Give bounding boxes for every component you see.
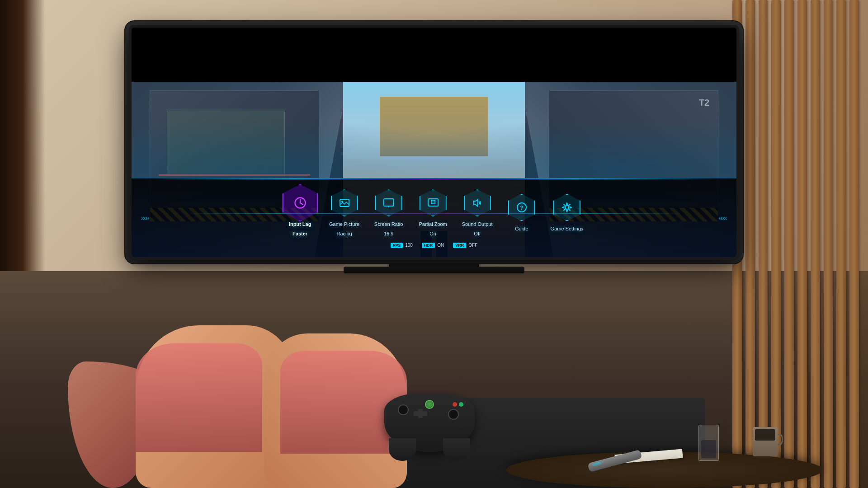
black-bar-top [132, 28, 736, 82]
sound-output-value: Off [474, 230, 480, 237]
svg-text:?: ? [520, 205, 523, 211]
vrr-value: OFF [468, 243, 477, 248]
fps-badge: FPS 100 [391, 243, 413, 248]
hdr-label: HDR [422, 243, 435, 248]
controller-buttons [453, 402, 463, 407]
left-sleeve [136, 343, 262, 452]
input-lag-hex [283, 184, 318, 222]
menu-item-game-picture[interactable]: Game Picture Racing [329, 188, 360, 237]
left-thumbstick [398, 404, 409, 415]
hdr-badge: HDR ON [422, 243, 444, 248]
game-menu-items: Input Lag Faster Game P [258, 188, 611, 237]
bar-arrows-right: »»» [721, 213, 727, 223]
table-mug [753, 427, 778, 456]
sound-output-icon-container [462, 188, 493, 218]
partial-zoom-icon-container [418, 188, 448, 218]
menu-item-guide[interactable]: ? Guide [506, 192, 537, 232]
input-lag-value: Faster [292, 230, 307, 237]
game-picture-icon-container [329, 188, 360, 218]
guide-icon: ? [515, 201, 528, 214]
game-settings-hex [553, 194, 580, 221]
button-a [459, 402, 463, 407]
tv-stand-neck [389, 258, 479, 267]
sound-icon [471, 197, 484, 209]
dpad-vertical [418, 409, 423, 418]
sound-output-hex [464, 189, 491, 216]
clock-icon [293, 196, 307, 210]
remote-display [592, 461, 602, 466]
game-controller [384, 393, 475, 452]
menu-item-sound-output[interactable]: Sound Output Off [462, 188, 493, 237]
svg-line-2 [300, 203, 303, 204]
right-sleeve [280, 351, 407, 454]
tv-frame: T2 [129, 25, 739, 260]
vrr-badge: VRR OFF [453, 243, 477, 248]
screen-ratio-label: Screen Ratio [374, 221, 403, 227]
right-thumbstick [448, 409, 459, 420]
vrr-label: VRR [453, 243, 466, 248]
controller-left-grip [389, 438, 416, 461]
glass-liquid [701, 440, 716, 458]
game-picture-label: Game Picture [329, 221, 359, 227]
partial-zoom-value: On [429, 230, 436, 237]
game-settings-label: Game Settings [551, 225, 584, 232]
partial-zoom-hex [420, 189, 447, 216]
person-foreground [0, 271, 868, 488]
mug-liquid [755, 429, 775, 441]
guide-icon-container: ? [506, 192, 537, 223]
zoom-icon [427, 197, 439, 209]
game-picture-hex [331, 189, 358, 216]
screen-ratio-icon-container [373, 188, 404, 218]
xbox-logo [425, 400, 434, 409]
game-picture-value: Racing [336, 230, 352, 237]
mug-handle [778, 434, 783, 445]
screen-ratio-value: 16:9 [384, 230, 393, 237]
partial-zoom-label: Partial Zoom [419, 221, 447, 227]
svg-rect-5 [384, 199, 394, 206]
guide-hex: ? [508, 194, 535, 221]
screen-icon [382, 197, 395, 209]
svg-rect-9 [431, 201, 435, 204]
person-right-arm [249, 316, 407, 488]
game-settings-icon-container [552, 192, 582, 223]
guide-label: Guide [515, 225, 528, 232]
picture-icon [338, 197, 351, 209]
sound-output-label: Sound Output [462, 221, 493, 227]
game-bar: »»» »»» [132, 178, 736, 257]
controller-right-grip [443, 438, 470, 461]
screen-ratio-hex [375, 189, 402, 216]
table-glass [698, 425, 719, 461]
fps-label: FPS [391, 243, 403, 248]
svg-marker-12 [474, 199, 478, 206]
menu-item-input-lag[interactable]: Input Lag Faster [285, 188, 316, 237]
status-bar: FPS 100 HDR ON VRR OFF [391, 243, 478, 248]
tv-screen: T2 [132, 28, 736, 257]
bar-border [154, 178, 714, 179]
hdr-value: ON [437, 243, 444, 248]
bar-arrows-left: »»» [141, 213, 147, 223]
menu-item-partial-zoom[interactable]: Partial Zoom On [418, 188, 448, 237]
input-lag-label: Input Lag [289, 221, 311, 227]
menu-item-screen-ratio[interactable]: Screen Ratio 16:9 [373, 188, 404, 237]
button-b [453, 402, 457, 407]
settings-gear-icon [561, 201, 573, 214]
input-lag-icon-container [285, 188, 316, 218]
fps-value: 100 [405, 243, 413, 248]
menu-item-game-settings[interactable]: Game Settings [551, 192, 584, 232]
